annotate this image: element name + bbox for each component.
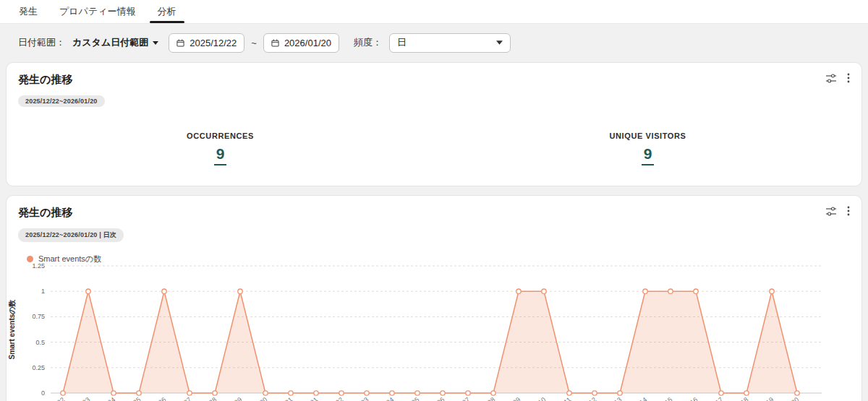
data-point-12/28[interactable]	[213, 391, 217, 395]
metric-unique-visitors-value[interactable]: 9	[642, 145, 655, 165]
tab-property-info[interactable]: プロパティー情報	[51, 0, 144, 23]
caret-down-icon	[496, 40, 503, 45]
data-point-12/29[interactable]	[238, 289, 242, 293]
data-point-12/23[interactable]	[86, 289, 90, 293]
x-tick-label: 01/17	[707, 396, 725, 401]
data-point-12/25[interactable]	[137, 391, 141, 395]
metric-occurrences-label: OCCURRENCES	[187, 131, 254, 140]
x-tick-label: 12/26	[150, 396, 168, 401]
data-point-01/06[interactable]	[441, 391, 445, 395]
data-point-01/17[interactable]	[719, 391, 723, 395]
x-tick-label: 01/06	[429, 396, 446, 401]
data-point-01/12[interactable]	[592, 391, 597, 395]
x-tick-label: 01/05	[404, 396, 421, 401]
date-range-preset-dropdown[interactable]: カスタム日付範囲	[72, 36, 158, 49]
x-tick-label: 12/24	[100, 396, 117, 401]
x-tick-label: 12/28	[201, 396, 218, 401]
data-point-01/09[interactable]	[516, 289, 521, 293]
x-tick-label: 12/25	[125, 396, 142, 401]
y-tick-label: 1.25	[32, 262, 45, 270]
x-tick-label: 12/23	[75, 396, 92, 401]
tab-analysis[interactable]: 分析	[150, 0, 184, 23]
metric-occurrences: OCCURRENCES 9	[7, 131, 434, 165]
metric-unique-visitors: UNIQUE VISITORS 9	[434, 131, 861, 165]
y-tick-label: 1	[41, 288, 45, 295]
chart-settings-button[interactable]	[825, 74, 837, 83]
kebab-menu-icon	[847, 73, 850, 83]
frequency-select[interactable]: 日	[389, 33, 511, 53]
summary-metrics: OCCURRENCES 9 UNIQUE VISITORS 9	[7, 131, 861, 165]
y-tick-label: 0.75	[32, 313, 45, 320]
data-point-01/10[interactable]	[542, 289, 546, 293]
x-tick-label: 01/07	[454, 396, 472, 401]
data-point-12/27[interactable]	[187, 391, 192, 395]
data-point-01/14[interactable]	[643, 289, 647, 293]
data-point-01/05[interactable]	[415, 391, 420, 395]
data-point-01/04[interactable]	[390, 391, 394, 395]
x-tick-label: 01/14	[631, 396, 649, 401]
trend-chart-title: 発生の推移	[7, 196, 861, 220]
x-tick-label: 01/08	[480, 396, 497, 401]
x-tick-label: 12/30	[252, 396, 269, 401]
tab-occurrence[interactable]: 発生	[11, 0, 46, 23]
sliders-icon	[825, 74, 837, 83]
occurrence-line-chart[interactable]: 00.250.50.7511.2512/2212/2312/2412/2512/…	[17, 259, 849, 401]
x-tick-label: 01/18	[733, 396, 750, 401]
summary-card: 発生の推移 2025/12/22~2026/01/20 OCCURRENCES …	[6, 62, 862, 186]
x-tick-label: 01/13	[606, 396, 624, 401]
x-tick-label: 01/12	[581, 396, 598, 401]
frequency-value: 日	[397, 36, 407, 49]
data-point-01/13[interactable]	[618, 391, 622, 395]
date-range-label: 日付範囲：	[18, 36, 65, 49]
x-tick-label: 01/03	[353, 396, 370, 401]
data-point-12/31[interactable]	[289, 391, 293, 395]
data-point-01/18[interactable]	[744, 391, 749, 395]
sliders-icon	[825, 207, 837, 216]
chart-settings-button[interactable]	[825, 207, 837, 216]
start-date-input[interactable]: 2025/12/22	[169, 33, 244, 53]
filter-bar: 日付範囲： カスタム日付範囲 2025/12/22 ~ 2026/01/20 頻…	[0, 25, 868, 61]
data-point-01/20[interactable]	[795, 391, 799, 395]
y-tick-label: 0	[41, 389, 45, 397]
date-range-separator: ~	[251, 38, 257, 48]
summary-card-actions	[825, 73, 850, 83]
x-tick-label: 12/31	[277, 396, 294, 401]
data-point-01/19[interactable]	[770, 289, 774, 293]
y-axis-title: Smart eventsの数	[7, 279, 17, 380]
start-date-value: 2025/12/22	[190, 38, 237, 48]
caret-down-icon	[153, 41, 158, 45]
data-point-12/22[interactable]	[61, 391, 65, 395]
data-point-01/16[interactable]	[694, 289, 698, 293]
data-point-12/24[interactable]	[111, 391, 116, 395]
calendar-icon	[176, 39, 184, 47]
summary-card-title: 発生の推移	[7, 63, 861, 87]
frequency-label: 頻度：	[354, 36, 382, 49]
data-point-01/15[interactable]	[668, 289, 673, 293]
end-date-input[interactable]: 2026/01/20	[263, 33, 339, 53]
date-range-preset-value: カスタム日付範囲	[72, 36, 148, 49]
analytics-page: { "tabs": { "items": [ { "label": "発生" }…	[0, 0, 868, 401]
data-point-01/08[interactable]	[491, 391, 495, 395]
data-point-01/11[interactable]	[567, 391, 571, 395]
end-date-value: 2026/01/20	[284, 38, 331, 48]
trend-card-actions	[825, 206, 850, 216]
data-point-01/02[interactable]	[339, 391, 344, 395]
more-options-button[interactable]	[847, 206, 850, 216]
data-point-01/03[interactable]	[365, 391, 369, 395]
trend-period-badge: 2025/12/22~2026/01/20 | 日次	[18, 228, 124, 242]
summary-period-badge: 2025/12/22~2026/01/20	[18, 95, 105, 107]
metric-unique-visitors-label: UNIQUE VISITORS	[610, 131, 686, 140]
data-point-01/01[interactable]	[314, 391, 318, 395]
x-tick-label: 01/20	[783, 396, 801, 401]
x-tick-label: 01/10	[530, 396, 548, 401]
x-tick-label: 12/22	[49, 396, 67, 401]
data-point-01/07[interactable]	[466, 391, 470, 395]
x-tick-label: 01/11	[556, 396, 572, 401]
y-tick-label: 0.5	[35, 339, 45, 346]
data-point-12/26[interactable]	[162, 289, 166, 293]
data-point-12/30[interactable]	[263, 391, 268, 395]
x-tick-label: 12/27	[176, 396, 193, 401]
metric-occurrences-value[interactable]: 9	[214, 145, 227, 165]
x-tick-label: 12/29	[226, 396, 244, 401]
more-options-button[interactable]	[847, 73, 850, 83]
